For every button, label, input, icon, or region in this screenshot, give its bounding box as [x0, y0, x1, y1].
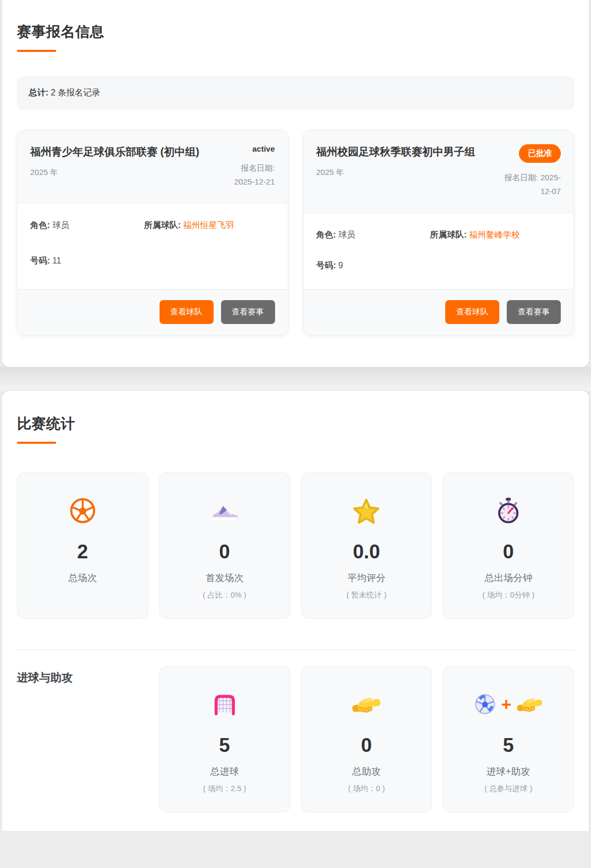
stat-value: 2: [22, 541, 144, 563]
stat-caption: ( 场均：2.5 ): [164, 784, 286, 794]
goal-net-icon: [210, 690, 239, 718]
title-underline: [17, 50, 56, 52]
registration-date: 报名日期: 2025-12-21: [234, 161, 275, 188]
goals-assists-subsection: 进球与助攻 5 总进球 ( 场: [17, 650, 574, 812]
stat-label: 进球+助攻: [447, 765, 569, 778]
team-link[interactable]: 福州鳌峰学校: [469, 230, 520, 239]
stat-value: 0: [164, 541, 286, 563]
section-gap: [0, 367, 591, 391]
summary-label: 总计:: [29, 88, 48, 97]
registration-card: 福州青少年足球俱乐部联赛 (初中组) 2025 年 active 报名日期: 2…: [17, 130, 288, 335]
stat-label: 首发场次: [164, 572, 286, 584]
view-team-button[interactable]: 查看球队: [445, 300, 499, 324]
view-team-button[interactable]: 查看球队: [160, 300, 214, 324]
event-year: 2025 年: [30, 168, 199, 178]
handshake-icon: [516, 693, 543, 715]
number-value: 9: [338, 261, 343, 270]
number-label: 号码:: [30, 256, 50, 265]
stat-label: 平均评分: [306, 572, 428, 584]
registration-card: 福州校园足球秋季联赛初中男子组 2025 年 已批准 报名日期: 2025- 1…: [303, 130, 575, 335]
team-label: 所属球队:: [430, 230, 466, 239]
match-stats-section: 比赛统计 2 总场次: [2, 391, 589, 831]
view-event-button[interactable]: 查看赛事: [507, 300, 561, 324]
team-field: 所属球队: 福州恒星飞羽: [144, 218, 275, 237]
status-badge: active: [234, 144, 275, 153]
view-event-button[interactable]: 查看赛事: [221, 300, 275, 324]
role-field: 角色: 球员: [316, 228, 430, 242]
stat-card-starts: 0 首发场次 ( 占比：0% ): [159, 472, 290, 619]
role-value: 球员: [338, 230, 355, 239]
stat-label: 总出场分钟: [447, 572, 569, 584]
registration-card-list: 福州青少年足球俱乐部联赛 (初中组) 2025 年 active 报名日期: 2…: [17, 130, 574, 335]
team-field: 所属球队: 福州鳌峰学校: [430, 228, 561, 242]
registration-section: 赛事报名信息 总计: 2 条报名记录 福州青少年足球俱乐部联赛 (初中组) 20…: [2, 0, 589, 367]
registration-summary: 总计: 2 条报名记录: [17, 76, 574, 110]
stat-value: 0: [447, 541, 569, 563]
role-field: 角色: 球员: [30, 218, 144, 237]
stat-caption: [22, 590, 144, 598]
event-year: 2025 年: [316, 168, 475, 178]
role-label: 角色:: [316, 230, 336, 239]
role-label: 角色:: [30, 221, 50, 230]
summary-text: 2 条报名记录: [48, 88, 100, 97]
stat-card-total-matches: 2 总场次: [17, 472, 148, 619]
stat-caption: ( 暂未统计 ): [306, 590, 428, 600]
number-label: 号码:: [316, 261, 336, 270]
stopwatch-icon: [495, 496, 522, 525]
soccer-ball-blue-icon: [474, 693, 496, 715]
registration-card-header: 福州青少年足球俱乐部联赛 (初中组) 2025 年 active 报名日期: 2…: [17, 130, 288, 204]
registration-card-footer: 查看球队 查看赛事: [17, 289, 288, 335]
stat-caption: ( 场均：0分钟 ): [447, 590, 569, 600]
stat-caption: ( 场均：0 ): [306, 784, 428, 794]
stat-card-total-assists: 0 总助攻 ( 场均：0 ): [301, 666, 433, 812]
soccer-ball-orange-icon: [69, 497, 96, 524]
registration-card-body: 角色: 球员 所属球队: 福州鳌峰学校 号码: 9: [304, 213, 574, 289]
goals-assists-title: 进球与助攻: [17, 666, 148, 685]
stat-label: 总场次: [22, 572, 144, 584]
title-underline: [17, 442, 56, 444]
match-stats-title: 比赛统计: [17, 414, 574, 433]
stat-value: 0.0: [306, 541, 428, 563]
stat-value: 5: [447, 734, 569, 757]
event-title: 福州校园足球秋季联赛初中男子组: [316, 143, 475, 160]
registration-card-header: 福州校园足球秋季联赛初中男子组 2025 年 已批准 报名日期: 2025- 1…: [304, 130, 574, 213]
team-label: 所属球队:: [144, 221, 181, 230]
registration-card-body: 角色: 球员 所属球队: 福州恒星飞羽 号码: 11: [17, 204, 288, 289]
registration-section-title: 赛事报名信息: [17, 22, 574, 41]
stat-caption: ( 占比：0% ): [164, 590, 286, 600]
plus-icon: +: [501, 696, 511, 713]
registration-card-footer: 查看球队 查看赛事: [304, 289, 574, 335]
stat-value: 5: [164, 734, 286, 757]
stat-label: 总进球: [164, 765, 286, 778]
stat-label: 总助攻: [306, 765, 428, 778]
stat-card-avg-rating: 0.0 平均评分 ( 暂未统计 ): [301, 472, 433, 619]
number-field: 号码: 9: [316, 259, 430, 273]
stat-card-goals-plus-assists: + 5: [443, 666, 574, 812]
number-value: 11: [52, 256, 61, 265]
stat-value: 0: [306, 734, 428, 757]
event-title: 福州青少年足球俱乐部联赛 (初中组): [30, 143, 199, 160]
stat-caption: ( 总参与进球 ): [447, 784, 569, 794]
running-shoe-icon: [210, 497, 240, 524]
star-icon: [352, 496, 381, 525]
status-badge: 已批准: [519, 144, 561, 163]
stats-row: 2 总场次 0 首发场次 ( 占比：0% ): [17, 472, 574, 619]
stat-card-total-goals: 5 总进球 ( 场均：2.5 ): [159, 666, 290, 812]
number-field: 号码: 11: [30, 254, 144, 273]
team-link[interactable]: 福州恒星飞羽: [183, 221, 234, 230]
registration-date: 报名日期: 2025- 12-07: [504, 171, 561, 198]
stat-card-total-minutes: 0 总出场分钟 ( 场均：0分钟 ): [443, 472, 574, 619]
handshake-icon: [351, 692, 381, 716]
role-value: 球员: [52, 221, 69, 230]
